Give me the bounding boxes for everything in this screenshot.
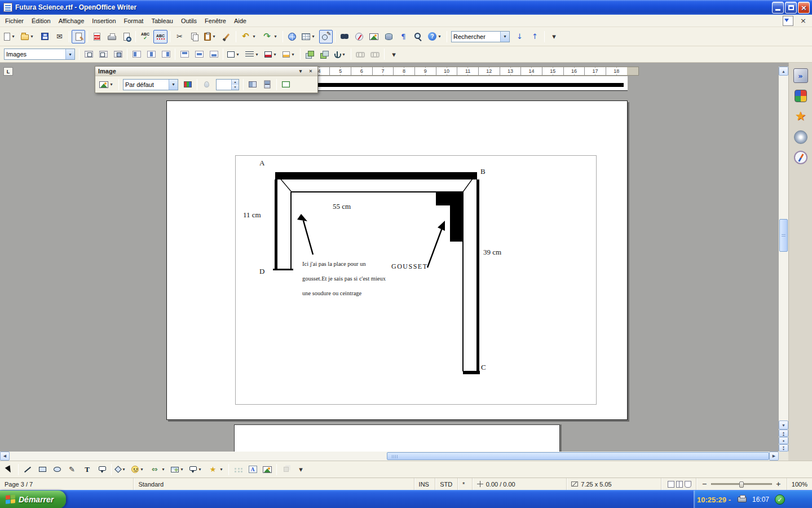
stars-button[interactable]: ★▾ [206, 463, 226, 476]
line-style-dropdown[interactable]: ▾ [254, 48, 260, 60]
hyperlink-button[interactable] [285, 30, 299, 43]
email-button[interactable]: ✉ [52, 30, 67, 43]
page-preview-button[interactable] [120, 30, 133, 43]
send-to-back-button[interactable] [317, 47, 331, 61]
wrap-through-button[interactable] [111, 47, 125, 61]
change-anchor-button[interactable]: ▾ [332, 47, 348, 61]
transparency-spin[interactable]: ▲▼ [216, 79, 239, 90]
nonprinting-chars-button[interactable]: ¶ [396, 30, 411, 43]
open-dropdown[interactable]: ▾ [29, 30, 35, 43]
open-button[interactable]: ▾ [19, 30, 37, 43]
page-number-field[interactable]: Page 3 / 7 [0, 478, 133, 490]
menu-fichier[interactable]: Fichier [1, 15, 28, 27]
find-replace-button[interactable] [338, 30, 351, 43]
redo-dropdown[interactable]: ▾ [272, 30, 279, 43]
format-paintbrush-button[interactable] [220, 30, 233, 43]
filter-dropdown[interactable]: ▾ [108, 78, 114, 91]
undo-dropdown[interactable]: ▾ [251, 30, 257, 43]
center-vertical-button[interactable] [192, 47, 206, 61]
data-sources-button[interactable] [382, 30, 395, 43]
next-page-button[interactable]: ▼▼ [779, 444, 788, 452]
undo-button[interactable]: ↶▾ [239, 30, 259, 43]
borders-dropdown[interactable]: ▾ [235, 48, 241, 60]
symbol-shapes-dropdown[interactable]: ▾ [139, 463, 145, 476]
graphics-mode-combo-input[interactable] [123, 80, 169, 89]
tab-stop-selector[interactable]: L [3, 67, 13, 76]
basic-shapes-button[interactable]: ▾ [114, 463, 129, 476]
insert-mode-indicator[interactable]: INS [414, 478, 435, 490]
navigator-button[interactable] [352, 30, 366, 43]
from-file-button[interactable] [261, 463, 274, 476]
star-favorites-icon[interactable]: ★ [793, 109, 808, 124]
link-frames-button[interactable] [354, 47, 367, 61]
gallery-button[interactable] [367, 30, 381, 43]
image-toolbar-titlebar[interactable]: Image ▾ × [95, 67, 317, 76]
menu-fenetre[interactable]: Fenêtre [201, 15, 230, 27]
menu-tableau[interactable]: Tableau [147, 15, 177, 27]
search-combo-dropdown[interactable]: ▾ [500, 32, 509, 42]
draw-functions-button[interactable] [319, 30, 333, 43]
scroll-down-button[interactable]: ▼ [779, 421, 788, 430]
scroll-up-button[interactable]: ▲ [779, 67, 788, 76]
frame-properties-button[interactable] [279, 78, 293, 91]
print-button[interactable] [105, 30, 118, 43]
save-button[interactable] [38, 30, 51, 43]
filter-button[interactable]: ▾ [98, 78, 116, 91]
horizontal-scrollbar-thumb[interactable] [387, 452, 769, 460]
vertical-scrollbar[interactable]: ▲ ▼ ▲▲ ● ▼▼ [779, 67, 788, 452]
callouts-group-button[interactable]: ▾ [188, 463, 205, 476]
freeform-line-button[interactable]: ✎ [65, 463, 79, 476]
toolbar-options-button[interactable]: ▾ [294, 463, 308, 476]
diagram-image-frame[interactable]: A B C D 11 cm 55 cm 39 cm GOUSSET Ici j'… [235, 155, 597, 405]
tray-printer-icon[interactable] [738, 497, 747, 502]
next-page-fragment[interactable] [234, 424, 560, 452]
rectangle-button[interactable] [36, 463, 49, 476]
minimize-button[interactable] [772, 2, 784, 14]
border-color-button[interactable]: ▾ [263, 47, 280, 61]
flip-horizontal-button[interactable] [246, 78, 259, 91]
transparency-spin-up[interactable]: ▲ [232, 80, 239, 85]
navigate-by-button[interactable]: ● [779, 437, 788, 444]
insert-table-dropdown[interactable]: ▾ [310, 30, 316, 43]
compass-icon[interactable] [794, 151, 807, 164]
previous-page-button[interactable]: ▲▲ [779, 430, 788, 437]
insert-table-button[interactable]: ▾ [300, 30, 318, 43]
background-color-button[interactable]: ▾ [281, 47, 298, 61]
help-dropdown[interactable]: ▾ [436, 30, 443, 43]
vertical-scrollbar-thumb[interactable] [779, 219, 788, 252]
menu-aide[interactable]: Aide [230, 15, 250, 27]
zoom-in-button[interactable]: + [775, 480, 782, 488]
callout-button[interactable] [95, 463, 109, 476]
search-combo[interactable]: ▾ [451, 31, 510, 42]
edit-file-button[interactable] [72, 30, 85, 43]
redo-button[interactable]: ↷▾ [260, 30, 280, 43]
export-pdf-button[interactable] [90, 30, 104, 43]
cd-disc-icon[interactable] [794, 130, 807, 144]
unlink-frames-button[interactable] [368, 47, 382, 61]
close-toolbar-button[interactable]: × [307, 68, 315, 75]
block-arrows-button[interactable]: ⇔▾ [148, 463, 168, 476]
document-download-button[interactable] [781, 14, 795, 28]
zoom-out-button[interactable]: − [701, 480, 708, 488]
autospellcheck-button[interactable]: ABC [153, 30, 167, 43]
color-cube-icon[interactable] [795, 90, 807, 102]
points-button[interactable] [231, 463, 245, 476]
vertical-scrollbar-track[interactable] [779, 76, 788, 421]
close-document-button[interactable]: × [796, 14, 810, 28]
align-top-button[interactable] [178, 47, 191, 61]
selection-mode-indicator[interactable]: STD [435, 478, 457, 490]
fontwork-gallery-button[interactable]: A [246, 463, 259, 476]
graphics-mode-combo-dropdown[interactable]: ▾ [169, 80, 178, 90]
search-combo-input[interactable] [452, 32, 500, 41]
maximize-button[interactable] [785, 2, 797, 14]
horizontal-scrollbar[interactable]: ◀ ▶ [0, 452, 812, 461]
page-style-field[interactable]: Standard [133, 478, 413, 490]
borders-button[interactable]: ▾ [226, 47, 242, 61]
copy-button[interactable] [188, 30, 201, 43]
extrusion-button[interactable] [279, 463, 293, 476]
find-next-button[interactable]: ↓ [513, 30, 527, 43]
transparency-spin-down[interactable]: ▼ [232, 85, 239, 90]
help-button[interactable]: ?▾ [426, 30, 444, 43]
frame-style-combo-input[interactable] [5, 50, 65, 59]
frame-style-combo-dropdown[interactable]: ▾ [65, 49, 74, 59]
